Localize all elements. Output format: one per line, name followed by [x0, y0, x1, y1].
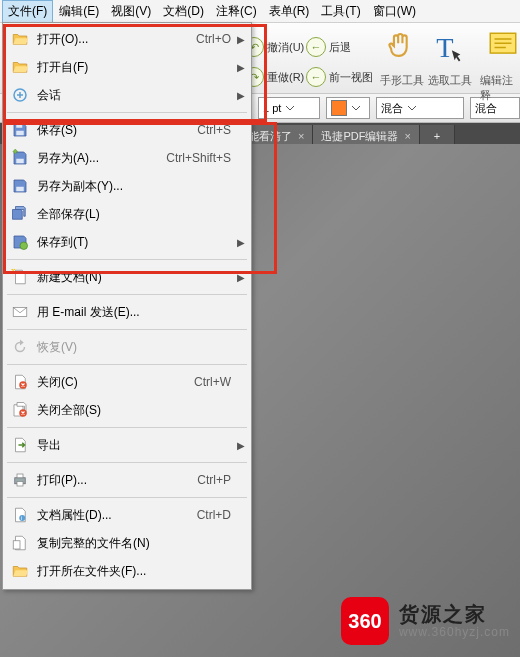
menu-item-label: 恢复(V): [37, 339, 245, 356]
tab-label: 迅捷PDF编辑器: [321, 129, 398, 144]
stroke-width-value: 1 pt: [263, 102, 281, 114]
select-tool-button[interactable]: T: [432, 29, 466, 66]
back-button[interactable]: ← 后退: [306, 37, 351, 57]
menu-item-close-all[interactable]: 关闭全部(S): [3, 396, 251, 424]
select-tool-label: 选取工具: [428, 73, 472, 88]
color-combo[interactable]: [326, 97, 370, 119]
menu-item-open-folder[interactable]: 打开所在文件夹(F)...: [3, 557, 251, 585]
stroke-width-combo[interactable]: 1 pt: [258, 97, 320, 119]
menu-item-new-doc[interactable]: 新建文档(N) ▶: [3, 263, 251, 291]
prev-view-icon: ←: [306, 67, 326, 87]
menu-separator: [7, 497, 247, 498]
menu-file[interactable]: 文件(F): [2, 0, 53, 23]
menu-item-save-to[interactable]: 保存到(T) ▶: [3, 228, 251, 256]
session-icon: [9, 84, 31, 106]
folder-open-icon: [9, 56, 31, 78]
menu-item-copy-filename[interactable]: 复制完整的文件名(N): [3, 529, 251, 557]
menu-view[interactable]: 视图(V): [105, 0, 157, 23]
color-swatch: [331, 100, 347, 116]
copy-name-icon: [9, 532, 31, 554]
submenu-arrow-icon: ▶: [237, 237, 245, 248]
edit-annotation-icon: [486, 29, 520, 63]
revert-icon: [9, 336, 31, 358]
submenu-arrow-icon: ▶: [237, 90, 245, 101]
menu-item-shortcut: Ctrl+W: [194, 375, 231, 389]
submenu-arrow-icon: ▶: [237, 272, 245, 283]
menu-item-label: 打开(O)...: [37, 31, 196, 48]
menu-separator: [7, 294, 247, 295]
close-icon[interactable]: ×: [298, 130, 304, 142]
menu-tools[interactable]: 工具(T): [315, 0, 366, 23]
export-icon: [9, 434, 31, 456]
menu-item-shortcut: Ctrl+Shift+S: [166, 151, 231, 165]
save-icon: [9, 119, 31, 141]
edit-annotation-button[interactable]: [486, 29, 520, 66]
edit-annotation-label: 编辑注释: [480, 73, 520, 103]
menu-item-label: 复制完整的文件名(N): [37, 535, 245, 552]
menu-item-open[interactable]: 打开(O)... Ctrl+O ▶: [3, 25, 251, 53]
redo-label: 重做(R): [267, 70, 304, 85]
menu-item-save-copy[interactable]: 另存为副本(Y)...: [3, 172, 251, 200]
menu-item-label: 关闭(C): [37, 374, 194, 391]
close-doc-icon: [9, 371, 31, 393]
menu-comment[interactable]: 注释(C): [210, 0, 263, 23]
menu-item-label: 保存(S): [37, 122, 197, 139]
hand-tool-button[interactable]: [384, 29, 418, 66]
menu-item-label: 保存到(T): [37, 234, 245, 251]
menu-item-shortcut: Ctrl+S: [197, 123, 231, 137]
folder-open-icon: [9, 28, 31, 50]
back-label: 后退: [329, 40, 351, 55]
watermark-url: www.360hyzj.com: [399, 626, 510, 640]
print-icon: [9, 469, 31, 491]
menu-item-label: 新建文档(N): [37, 269, 245, 286]
svg-rect-16: [13, 541, 20, 549]
svg-text:T: T: [436, 32, 453, 63]
menu-item-open-from[interactable]: 打开自(F) ▶: [3, 53, 251, 81]
menu-item-label: 会话: [37, 87, 245, 104]
menu-separator: [7, 364, 247, 365]
blend1-value: 混合: [381, 101, 403, 116]
save-to-icon: [9, 231, 31, 253]
close-icon[interactable]: ×: [404, 130, 410, 142]
menu-item-print[interactable]: 打印(P)... Ctrl+P: [3, 466, 251, 494]
menu-item-close[interactable]: 关闭(C) Ctrl+W: [3, 368, 251, 396]
menu-separator: [7, 329, 247, 330]
file-menu: 打开(O)... Ctrl+O ▶ 打开自(F) ▶ 会话 ▶ 保存(S) Ct…: [2, 22, 252, 590]
menu-window[interactable]: 窗口(W): [367, 0, 422, 23]
menu-item-email[interactable]: 用 E-mail 发送(E)...: [3, 298, 251, 326]
plus-icon: +: [434, 130, 440, 142]
save-as-icon: [9, 147, 31, 169]
svg-rect-3: [16, 124, 22, 128]
menu-item-save-all[interactable]: 全部保存(L): [3, 200, 251, 228]
menu-item-label: 关闭全部(S): [37, 402, 245, 419]
redo-button[interactable]: ↷ 重做(R): [244, 67, 304, 87]
menu-form[interactable]: 表单(R): [263, 0, 316, 23]
prev-view-button[interactable]: ← 前一视图: [306, 67, 373, 87]
email-icon: [9, 301, 31, 323]
tab-label: 能看清了: [248, 129, 292, 144]
svg-rect-6: [16, 187, 24, 192]
undo-button[interactable]: ↶ 撤消(U): [244, 37, 304, 57]
menu-item-shortcut: Ctrl+O: [196, 32, 231, 46]
menu-document[interactable]: 文档(D): [157, 0, 210, 23]
menu-item-label: 导出: [37, 437, 245, 454]
undo-label: 撤消(U): [267, 40, 304, 55]
chevron-down-icon: [407, 103, 417, 113]
menu-item-session[interactable]: 会话 ▶: [3, 81, 251, 109]
hand-icon: [384, 29, 418, 63]
menu-item-label: 打印(P)...: [37, 472, 197, 489]
watermark-title: 货源之家: [399, 603, 510, 626]
menu-item-save-as[interactable]: 另存为(A)... Ctrl+Shift+S: [3, 144, 251, 172]
blend-mode-combo-1[interactable]: 混合: [376, 97, 464, 119]
menu-item-label: 文档属性(D)...: [37, 507, 197, 524]
menu-separator: [7, 427, 247, 428]
menu-item-save[interactable]: 保存(S) Ctrl+S: [3, 116, 251, 144]
menu-item-export[interactable]: 导出 ▶: [3, 431, 251, 459]
menu-item-label: 用 E-mail 发送(E)...: [37, 304, 245, 321]
menu-item-label: 打开所在文件夹(F)...: [37, 563, 245, 580]
menu-edit[interactable]: 编辑(E): [53, 0, 105, 23]
folder-open-icon: [9, 560, 31, 582]
submenu-arrow-icon: ▶: [237, 62, 245, 73]
properties-icon: i: [9, 504, 31, 526]
menu-item-properties[interactable]: i 文档属性(D)... Ctrl+D: [3, 501, 251, 529]
